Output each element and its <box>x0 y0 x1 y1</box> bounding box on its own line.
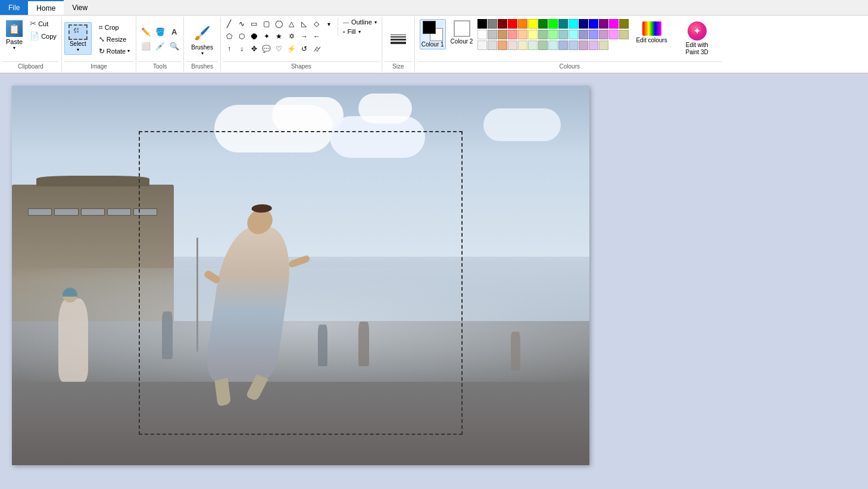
palette-cell[interactable] <box>589 41 598 50</box>
palette-cell[interactable] <box>508 41 517 50</box>
palette-cell[interactable] <box>488 41 497 50</box>
resize-button[interactable]: ⤡ Resize <box>95 34 133 45</box>
shape-heart[interactable]: ♡ <box>273 43 285 55</box>
palette-cell[interactable] <box>498 41 507 50</box>
brushes-button[interactable]: 🖌️ Brushes ▾ <box>186 20 218 58</box>
select-dropdown[interactable]: ▾ <box>77 47 79 52</box>
colour-1-button[interactable]: Colour 1 <box>420 19 446 49</box>
palette-cell[interactable] <box>518 19 527 29</box>
palette-cell[interactable] <box>619 19 629 29</box>
shape-right-triangle[interactable]: ◺ <box>298 18 310 30</box>
palette-cell[interactable] <box>558 19 568 29</box>
rotate-dropdown[interactable]: ▾ <box>127 48 130 54</box>
shape-triangle[interactable]: △ <box>286 18 298 30</box>
canvas-area[interactable] <box>0 74 868 489</box>
palette-cell[interactable] <box>477 30 487 39</box>
palette-cell[interactable] <box>609 30 619 39</box>
palette-cell[interactable] <box>488 30 497 39</box>
tab-view[interactable]: View <box>64 0 96 15</box>
palette-cell[interactable] <box>508 30 517 39</box>
shape-arrow-d[interactable]: ↓ <box>236 43 248 55</box>
fill-dropdown[interactable]: ▾ <box>358 29 361 35</box>
image-canvas[interactable] <box>12 86 589 465</box>
paste-button[interactable]: 📋 Paste ▾ <box>2 18 26 53</box>
shape-callout[interactable]: 💬 <box>261 43 273 55</box>
palette-cell[interactable] <box>518 30 527 39</box>
pencil-button[interactable]: ✏️ <box>139 26 152 39</box>
size-button[interactable] <box>385 30 412 49</box>
paste-dropdown-arrow[interactable]: ▾ <box>13 45 15 51</box>
shape-arrow-u[interactable]: ↑ <box>223 43 235 55</box>
shape-rounded-rect[interactable]: ▢ <box>261 18 273 30</box>
tab-file[interactable]: File <box>0 0 28 15</box>
shape-rect[interactable]: ▭ <box>248 18 260 30</box>
fill-button[interactable]: 🪣 <box>154 26 167 39</box>
text-button[interactable]: A <box>168 26 181 39</box>
palette-cell[interactable] <box>579 30 588 39</box>
palette-cell[interactable] <box>558 41 568 50</box>
tab-home[interactable]: Home <box>28 0 64 15</box>
palette-cell[interactable] <box>528 19 538 29</box>
outline-dropdown[interactable]: ▾ <box>374 20 377 25</box>
palette-cell[interactable] <box>579 19 588 29</box>
shape-pentagon[interactable]: ⬠ <box>223 30 235 42</box>
palette-cell[interactable] <box>477 19 487 29</box>
rotate-button[interactable]: ↻ Rotate ▾ <box>95 46 133 57</box>
copy-button[interactable]: 📄 Copy <box>27 30 59 42</box>
shape-curve[interactable]: ∿ <box>236 18 248 30</box>
colour-2-button[interactable]: Colour 2 <box>449 19 474 46</box>
palette-cell[interactable] <box>558 30 568 39</box>
palette-cell[interactable] <box>599 30 608 39</box>
brushes-dropdown[interactable]: ▾ <box>201 51 204 56</box>
shape-cylinder[interactable]: ⌭ <box>311 43 323 55</box>
palette-cell[interactable] <box>488 19 497 29</box>
palette-cell[interactable] <box>589 30 598 39</box>
palette-cell[interactable] <box>579 41 588 50</box>
palette-cell[interactable] <box>518 41 527 50</box>
palette-cell[interactable] <box>609 19 619 29</box>
palette-cell[interactable] <box>508 19 517 29</box>
palette-cell[interactable] <box>548 19 558 29</box>
palette-cell[interactable] <box>538 30 548 39</box>
palette-cell[interactable] <box>548 30 558 39</box>
palette-cell[interactable] <box>498 30 507 39</box>
outline-button[interactable]: — Outline ▾ <box>341 18 379 26</box>
palette-cell[interactable] <box>599 19 608 29</box>
palette-cell[interactable] <box>528 41 538 50</box>
palette-cell[interactable] <box>498 19 507 29</box>
shape-arrow-l[interactable]: ← <box>311 30 323 42</box>
palette-cell[interactable] <box>538 19 548 29</box>
shape-star4[interactable]: ✦ <box>261 30 273 42</box>
fill-button[interactable]: ▪ Fill ▾ <box>341 27 379 36</box>
shape-octagon[interactable]: ⯃ <box>248 30 260 42</box>
crop-button[interactable]: ⌗ Crop <box>95 22 133 33</box>
palette-cell[interactable] <box>548 41 558 50</box>
palette-cell[interactable] <box>538 41 548 50</box>
color-picker-button[interactable]: 💉 <box>154 40 167 53</box>
palette-cell[interactable] <box>477 41 487 50</box>
shape-circle-arrow[interactable]: ↺ <box>298 43 310 55</box>
palette-cell[interactable] <box>569 19 578 29</box>
palette-cell[interactable] <box>619 30 629 39</box>
shape-hexagon[interactable]: ⬡ <box>236 30 248 42</box>
select-button[interactable]: Select ▾ <box>64 22 92 55</box>
palette-cell[interactable] <box>599 41 608 50</box>
palette-cell[interactable] <box>528 30 538 39</box>
eraser-button[interactable]: ⬜ <box>139 40 152 53</box>
shape-ellipse[interactable]: ◯ <box>273 18 285 30</box>
palette-cell[interactable] <box>569 30 578 39</box>
shape-star5[interactable]: ★ <box>273 30 285 42</box>
palette-cell[interactable] <box>589 19 598 29</box>
shape-4arrow[interactable]: ✥ <box>248 43 260 55</box>
edit-paint3d-button[interactable]: ✦ Edit with Paint 3D <box>675 19 720 58</box>
shape-line[interactable]: ╱ <box>223 18 235 30</box>
edit-colours-button[interactable]: Edit colours <box>632 19 670 46</box>
shape-lightning[interactable]: ⚡ <box>286 43 298 55</box>
shape-more[interactable]: ▾ <box>323 18 335 30</box>
shape-star6[interactable]: ✡ <box>286 30 298 42</box>
magnifier-button[interactable]: 🔍 <box>168 40 181 53</box>
shape-diamond[interactable]: ◇ <box>311 18 323 30</box>
shape-arrow-r[interactable]: → <box>298 30 310 42</box>
cut-button[interactable]: ✂ Cut <box>27 18 59 29</box>
palette-cell[interactable] <box>569 41 578 50</box>
